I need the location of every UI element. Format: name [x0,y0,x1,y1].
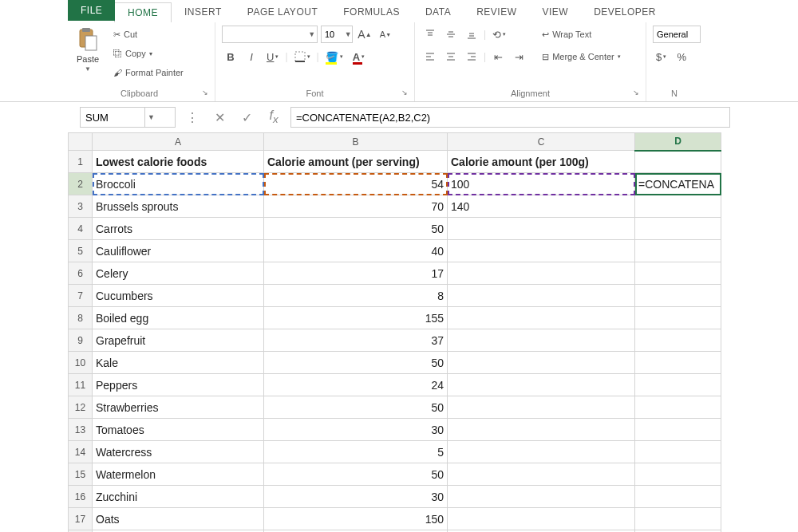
tab-formulas[interactable]: FORMULAS [330,2,413,22]
cell-B2[interactable]: 54 [264,173,448,195]
chevron-down-icon[interactable]: ▼ [144,108,157,127]
cell-C10[interactable] [448,352,635,374]
cell-D10[interactable] [635,352,721,374]
cell-B10[interactable]: 50 [264,352,448,374]
chevron-down-icon[interactable]: ▼ [344,30,352,38]
align-right-button[interactable] [463,48,480,65]
col-head-A[interactable]: A [93,133,264,151]
merge-center-button[interactable]: ⊟ Merge & Center ▾ [539,48,624,65]
enter-formula-button[interactable]: ✓ [236,107,257,128]
cell-B14[interactable]: 5 [264,441,448,463]
cell-D9[interactable] [635,329,721,352]
cell-D2[interactable]: =CONCATENA [635,173,721,195]
cell-D1[interactable] [635,151,721,173]
cell-B6[interactable]: 17 [264,262,448,285]
name-box[interactable]: ▼ [80,107,176,128]
cell-B1[interactable]: Calorie amount (per serving) [264,151,448,173]
currency-button[interactable]: $▾ [653,48,670,65]
fill-color-button[interactable]: 🪣 ▾ [322,48,346,65]
cell-C3[interactable]: 140 [448,195,635,218]
row-head[interactable]: 8 [69,307,93,329]
cell-A6[interactable]: Celery [93,262,264,285]
bold-button[interactable]: B [222,48,239,65]
cell-D5[interactable] [635,240,721,262]
row-head[interactable]: 1 [69,151,93,173]
cell-A7[interactable]: Cucumbers [93,285,264,307]
cell-A14[interactable]: Watercress [93,441,264,463]
row-head[interactable]: 16 [69,486,93,508]
percent-button[interactable]: % [673,48,690,65]
align-bottom-button[interactable] [463,26,480,43]
cell-B16[interactable]: 30 [264,486,448,508]
italic-button[interactable]: I [243,48,260,65]
insert-function-button[interactable]: fx [263,107,284,128]
row-head[interactable]: 14 [69,441,93,463]
cell-A9[interactable]: Grapefruit [93,329,264,352]
cell-C13[interactable] [448,419,635,441]
row-head[interactable]: 17 [69,508,93,530]
underline-button[interactable]: U▾ [263,48,282,65]
increase-font-button[interactable]: A▲ [356,26,373,43]
cell-D13[interactable] [635,419,721,441]
number-format-input[interactable] [654,30,700,39]
cell-D12[interactable] [635,396,721,419]
cell-B17[interactable]: 150 [264,508,448,530]
cell-A17[interactable]: Oats [93,508,264,530]
cell-C12[interactable] [448,396,635,419]
cell-A16[interactable]: Zucchini [93,486,264,508]
decrease-font-button[interactable]: A▼ [377,26,394,43]
cell-D7[interactable] [635,285,721,307]
decrease-indent-button[interactable]: ⇤ [489,48,507,65]
cell-C7[interactable] [448,285,635,307]
cell-C15[interactable] [448,463,635,486]
borders-button[interactable]: ▾ [291,48,314,65]
cell-D14[interactable] [635,441,721,463]
cell-B3[interactable]: 70 [264,195,448,218]
row-head[interactable]: 4 [69,218,93,240]
row-head[interactable]: 7 [69,285,93,307]
row-head[interactable]: 13 [69,419,93,441]
cell-A2[interactable]: Broccoli [93,173,264,195]
formula-options-button[interactable]: ⋮ [182,107,203,128]
tab-data[interactable]: DATA [413,2,464,22]
cell-B5[interactable]: 40 [264,240,448,262]
font-name-combo[interactable]: ▼ [222,26,318,43]
cell-C5[interactable] [448,240,635,262]
paste-button[interactable]: Paste ▼ [70,26,105,74]
font-color-button[interactable]: A ▾ [350,48,368,65]
tab-page-layout[interactable]: PAGE LAYOUT [235,2,330,22]
cell-C4[interactable] [448,218,635,240]
cell-D17[interactable] [635,508,721,530]
font-size-combo[interactable]: ▼ [321,26,353,43]
cell-B12[interactable]: 50 [264,396,448,419]
cell-B15[interactable]: 50 [264,463,448,486]
wrap-text-button[interactable]: ↩ Wrap Text [539,26,624,43]
tab-review[interactable]: REVIEW [464,2,529,22]
cell-D4[interactable] [635,218,721,240]
cell-B11[interactable]: 24 [264,374,448,396]
row-head[interactable]: 3 [69,195,93,218]
cell-C6[interactable] [448,262,635,285]
cell-A8[interactable]: Boiled egg [93,307,264,329]
cell-A3[interactable]: Brussels sprouts [93,195,264,218]
cell-B13[interactable]: 30 [264,419,448,441]
tab-file[interactable]: FILE [68,0,115,21]
align-top-button[interactable] [421,26,439,43]
copy-button[interactable]: ⿻ Copy ▾ [110,45,187,62]
select-all-corner[interactable] [69,133,93,151]
font-launcher[interactable]: ↘ [401,89,411,98]
cell-A4[interactable]: Carrots [93,218,264,240]
chevron-down-icon[interactable]: ▼ [307,30,317,38]
align-center-button[interactable] [442,48,460,65]
font-name-input[interactable] [223,30,307,39]
tab-view[interactable]: VIEW [529,2,581,22]
row-head[interactable]: 2 [69,173,93,195]
col-head-C[interactable]: C [448,133,635,151]
cell-C2[interactable]: 100 [448,173,635,195]
row-head[interactable]: 5 [69,240,93,262]
cell-C16[interactable] [448,486,635,508]
col-head-B[interactable]: B [264,133,448,151]
cell-B9[interactable]: 37 [264,329,448,352]
cell-D15[interactable] [635,463,721,486]
cell-C11[interactable] [448,374,635,396]
